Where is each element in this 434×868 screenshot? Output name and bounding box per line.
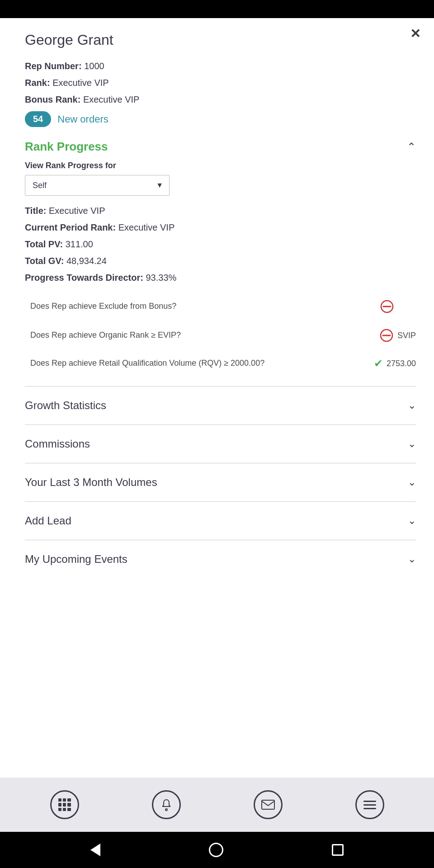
criteria-status-value-2: 2753.00 (387, 359, 416, 368)
android-back-button[interactable] (90, 844, 100, 856)
collapsible-header-last-3-month[interactable]: Your Last 3 Month Volumes ⌄ (25, 476, 416, 489)
current-period-rank-value: Executive VIP (118, 222, 175, 232)
criteria-list: Does Rep achieve Exclude from Bonus? Doe… (25, 292, 416, 377)
rank-label: Rank: (25, 78, 50, 88)
page-title: George Grant (25, 32, 416, 48)
view-rank-select-wrapper: Self Team ▼ (25, 175, 170, 196)
view-rank-select[interactable]: Self Team (25, 175, 170, 196)
current-period-rank-label: Current Period Rank: (25, 222, 116, 232)
bonus-rank-label: Bonus Rank: (25, 94, 80, 104)
new-orders-link[interactable]: New orders (57, 113, 108, 125)
rank-progress-header: Rank Progress ⌃ (25, 140, 416, 154)
rep-number-row: Rep Number: 1000 (25, 61, 416, 71)
collapsible-header-upcoming-events[interactable]: My Upcoming Events ⌄ (25, 553, 416, 566)
nav-bell-button[interactable] (152, 790, 181, 819)
back-icon (90, 844, 100, 856)
progress-value: 93.33% (146, 273, 177, 283)
collapsible-upcoming-events: My Upcoming Events ⌄ (25, 540, 416, 578)
home-icon (209, 843, 223, 857)
collapsible-header-add-lead[interactable]: Add Lead ⌄ (25, 514, 416, 527)
criteria-status-1: SVIP (379, 328, 416, 343)
rep-number-label: Rep Number: (25, 61, 82, 71)
check-icon-2: ✔ (374, 357, 383, 370)
svg-rect-5 (262, 800, 274, 809)
chevron-down-icon-commissions: ⌄ (408, 438, 416, 450)
progress-towards-director-row: Progress Towards Director: 93.33% (25, 273, 416, 283)
total-gv-row: Total GV: 48,934.24 (25, 256, 416, 266)
status-bar (0, 0, 434, 18)
collapsible-title-growth-statistics: Growth Statistics (25, 399, 106, 412)
nav-grid-button[interactable] (50, 790, 79, 819)
no-entry-icon-0 (380, 299, 394, 314)
criteria-item-0: Does Rep achieve Exclude from Bonus? (25, 292, 416, 321)
collapsible-title-commissions: Commissions (25, 438, 90, 450)
collapsible-header-growth-statistics[interactable]: Growth Statistics ⌄ (25, 399, 416, 412)
svg-point-4 (165, 809, 167, 811)
bonus-rank-row: Bonus Rank: Executive VIP (25, 94, 416, 105)
criteria-item-1: Does Rep achieve Organic Rank ≥ EVIP? SV… (25, 321, 416, 350)
menu-icon (363, 801, 376, 809)
criteria-status-2: ✔ 2753.00 (374, 357, 416, 370)
nav-mail-button[interactable] (254, 790, 283, 819)
collapsible-title-upcoming-events: My Upcoming Events (25, 553, 127, 566)
criteria-item-2: Does Rep achieve Retail Qualification Vo… (25, 350, 416, 377)
collapsible-commissions: Commissions ⌄ (25, 425, 416, 463)
nav-bell-circle (152, 790, 181, 819)
rank-row: Rank: Executive VIP (25, 78, 416, 88)
grid-icon (58, 798, 71, 811)
criteria-status-value-1: SVIP (397, 331, 416, 340)
title-row: Title: Executive VIP (25, 206, 416, 216)
bell-icon (160, 798, 173, 811)
rank-value: Executive VIP (52, 78, 109, 88)
total-gv-value: 48,934.24 (66, 256, 107, 266)
collapsible-title-add-lead: Add Lead (25, 514, 71, 527)
total-pv-value: 311.00 (66, 239, 93, 249)
close-button[interactable]: ✕ (410, 26, 420, 41)
collapsible-header-commissions[interactable]: Commissions ⌄ (25, 438, 416, 450)
total-pv-row: Total PV: 311.00 (25, 239, 416, 250)
new-orders-badge: 54 (25, 111, 51, 127)
nav-bar (0, 778, 434, 832)
collapsible-last-3-month: Your Last 3 Month Volumes ⌄ (25, 463, 416, 501)
android-nav (0, 832, 434, 868)
rank-progress-title: Rank Progress (25, 140, 407, 154)
mail-icon (261, 798, 275, 811)
total-pv-label: Total PV: (25, 239, 63, 249)
collapsible-add-lead: Add Lead ⌄ (25, 501, 416, 540)
chevron-down-icon-last-3-month: ⌄ (408, 476, 416, 488)
criteria-status-0 (380, 299, 416, 314)
chevron-down-icon-add-lead: ⌄ (408, 515, 416, 527)
new-orders-row: 54 New orders (25, 111, 416, 127)
main-content: ✕ George Grant Rep Number: 1000 Rank: Ex… (0, 18, 434, 778)
nav-menu-button[interactable] (355, 790, 384, 819)
rep-number-value: 1000 (84, 61, 104, 71)
collapsible-growth-statistics: Growth Statistics ⌄ (25, 386, 416, 425)
total-gv-label: Total GV: (25, 256, 64, 266)
nav-grid-circle (50, 790, 79, 819)
bonus-rank-value: Executive VIP (83, 94, 140, 104)
title-label: Title: (25, 206, 46, 216)
no-entry-icon-1 (379, 328, 394, 343)
criteria-text-1: Does Rep achieve Organic Rank ≥ EVIP? (30, 330, 379, 341)
chevron-down-icon-growth-statistics: ⌄ (408, 400, 416, 411)
nav-menu-circle (355, 790, 384, 819)
android-home-button[interactable] (209, 843, 223, 857)
recent-icon (332, 844, 344, 856)
criteria-text-0: Does Rep achieve Exclude from Bonus? (30, 301, 380, 312)
rank-progress-chevron-icon[interactable]: ⌃ (407, 141, 416, 153)
view-rank-label: View Rank Progress for (25, 161, 416, 170)
current-period-rank-row: Current Period Rank: Executive VIP (25, 222, 416, 233)
nav-mail-circle (254, 790, 283, 819)
bottom-spacer (25, 578, 416, 605)
chevron-down-icon-upcoming-events: ⌄ (408, 553, 416, 565)
criteria-text-2: Does Rep achieve Retail Qualification Vo… (30, 358, 374, 369)
progress-label: Progress Towards Director: (25, 273, 143, 283)
android-recent-button[interactable] (332, 844, 344, 856)
collapsible-title-last-3-month: Your Last 3 Month Volumes (25, 476, 157, 489)
title-value: Executive VIP (49, 206, 105, 216)
